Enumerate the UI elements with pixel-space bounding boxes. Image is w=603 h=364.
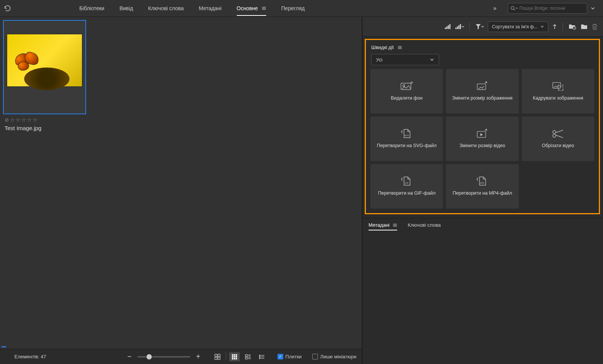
- view-grid-lock-icon[interactable]: [212, 352, 223, 361]
- tab-essentials[interactable]: Основне: [237, 3, 266, 14]
- trash-icon[interactable]: [592, 23, 598, 30]
- star-2[interactable]: ☆: [15, 117, 20, 123]
- convert-svg-icon: SVG: [400, 129, 413, 139]
- view-list-icon[interactable]: [256, 352, 267, 361]
- qa-trim-video[interactable]: Обрізати відео: [522, 117, 594, 161]
- zoom-slider-knob[interactable]: [146, 354, 152, 360]
- keywords-tab[interactable]: Ключові слова: [408, 222, 441, 229]
- right-toolbar: Сортувати за Ім'я ф...: [362, 17, 603, 37]
- qa-crop-image[interactable]: Кадрувати зображення: [522, 69, 594, 114]
- content-area[interactable]: ⊘ ☆ ☆ ☆ ☆ ☆ Test Image.jpg: [0, 17, 362, 349]
- topbar-mid: »: [493, 5, 497, 12]
- svg-text:MP4: MP4: [480, 182, 484, 184]
- svg-rect-8: [218, 357, 220, 359]
- expand-panel-icon[interactable]: »: [493, 5, 497, 11]
- svg-rect-9: [232, 354, 233, 356]
- qa-convert-gif[interactable]: GIF Перетворити на GIF-файл: [370, 164, 443, 209]
- quick-actions-title: Швидкі дії: [371, 45, 394, 50]
- svg-text:SVG: SVG: [404, 134, 409, 137]
- quick-actions-filter-value: Усі: [376, 57, 382, 63]
- content-panel: ⊘ ☆ ☆ ☆ ☆ ☆ Test Image.jpg Елементів: 47…: [0, 17, 362, 364]
- svg-rect-7: [215, 357, 217, 359]
- svg-rect-12: [232, 356, 233, 358]
- resize-video-icon: [476, 129, 489, 139]
- convert-gif-icon: GIF: [400, 177, 413, 186]
- thumbs-only-toggle[interactable]: Лише мініатюри: [312, 354, 356, 359]
- sort-label: Сортувати за Ім'я ф...: [492, 24, 538, 29]
- filter-rating-dropdown-icon[interactable]: [455, 24, 464, 30]
- tiles-checkbox[interactable]: ✓: [278, 354, 283, 359]
- tab-preview[interactable]: Перегляд: [281, 3, 305, 14]
- tab-keywords[interactable]: Ключові слова: [148, 3, 184, 14]
- search-icon: [510, 6, 515, 11]
- tab-essentials-label: Основне: [237, 5, 258, 11]
- tab-output[interactable]: Вивід: [119, 3, 133, 14]
- quick-actions-filter-dropdown[interactable]: Усі: [371, 54, 439, 65]
- sort-ascending-icon[interactable]: [552, 24, 557, 30]
- star-4[interactable]: ☆: [27, 117, 32, 123]
- svg-rect-32: [448, 25, 449, 29]
- selection-indicator: [2, 346, 6, 347]
- qa-label: Перетворити на MP4-файл: [453, 190, 512, 197]
- thumbnail-image: [7, 34, 82, 87]
- crop-image-icon: [552, 81, 564, 91]
- thumbs-only-checkbox[interactable]: [312, 354, 318, 359]
- filter-rating-icon[interactable]: [444, 24, 451, 30]
- metadata-tab-label: Метадані: [369, 222, 390, 228]
- search-box[interactable]: [508, 3, 587, 14]
- zoom-in-button[interactable]: +: [195, 352, 202, 361]
- star-3[interactable]: ☆: [21, 117, 26, 123]
- svg-rect-30: [445, 28, 446, 29]
- convert-mp4-icon: MP4: [476, 177, 489, 186]
- tab-libraries[interactable]: Бібліотеки: [79, 3, 104, 14]
- quick-actions-header: Швидкі дії: [369, 44, 596, 54]
- svg-rect-15: [232, 358, 233, 359]
- tab-metadata[interactable]: Метадані: [199, 3, 222, 14]
- star-5[interactable]: ☆: [32, 117, 37, 123]
- search-scope-chevron-icon[interactable]: [590, 6, 595, 11]
- quick-actions-grid: Видалити фон Змінити розмір зображення К…: [369, 69, 596, 209]
- new-folder-icon[interactable]: [580, 24, 588, 30]
- sort-dropdown[interactable]: Сортувати за Ім'я ф...: [488, 22, 548, 32]
- view-detail-icon[interactable]: [243, 352, 253, 361]
- star-1[interactable]: ☆: [10, 117, 15, 123]
- qa-label: Перетворити на GIF-файл: [378, 190, 436, 197]
- svg-rect-35: [457, 26, 458, 29]
- svg-point-51: [553, 131, 556, 134]
- zoom-controls: − +: [126, 352, 202, 361]
- thumbnail-frame[interactable]: [3, 20, 86, 114]
- svg-line-4: [514, 9, 515, 10]
- rating-row[interactable]: ⊘ ☆ ☆ ☆ ☆ ☆: [3, 117, 88, 123]
- svg-rect-13: [234, 356, 235, 358]
- qa-label: Кадрувати зображення: [533, 95, 583, 101]
- svg-rect-34: [455, 28, 456, 29]
- svg-rect-31: [446, 26, 447, 29]
- svg-point-24: [259, 355, 260, 355]
- reject-icon[interactable]: ⊘: [5, 117, 9, 123]
- refresh-icon[interactable]: [4, 5, 11, 12]
- main: ⊘ ☆ ☆ ☆ ☆ ☆ Test Image.jpg Елементів: 47…: [0, 17, 603, 364]
- filter-funnel-icon[interactable]: [475, 23, 484, 30]
- thumbnail-item[interactable]: ⊘ ☆ ☆ ☆ ☆ ☆ Test Image.jpg: [3, 20, 88, 131]
- open-recent-icon[interactable]: [568, 23, 577, 30]
- qa-resize-video[interactable]: Змінити розмір відео: [446, 117, 518, 161]
- zoom-out-button[interactable]: −: [126, 352, 133, 361]
- tab-menu-icon[interactable]: [262, 6, 266, 10]
- quick-actions-menu-icon[interactable]: [398, 46, 402, 49]
- search-input[interactable]: [518, 6, 584, 11]
- tiles-toggle[interactable]: ✓ Плитки: [278, 354, 302, 359]
- zoom-slider[interactable]: [137, 356, 190, 358]
- search-dropdown-chevron-icon[interactable]: [515, 7, 518, 10]
- qa-resize-image[interactable]: Змінити розмір зображення: [446, 69, 518, 114]
- view-grid-icon[interactable]: [229, 352, 240, 361]
- chevron-down-icon: [430, 57, 434, 62]
- metadata-tab-menu-icon[interactable]: [393, 223, 397, 227]
- metadata-tab[interactable]: Метадані: [369, 222, 397, 229]
- svg-point-26: [259, 356, 260, 357]
- qa-remove-background[interactable]: Видалити фон: [370, 69, 443, 114]
- svg-rect-5: [215, 354, 217, 356]
- qa-convert-svg[interactable]: SVG Перетворити на SVG-файл: [370, 117, 443, 161]
- svg-rect-46: [477, 84, 486, 89]
- svg-rect-18: [245, 355, 247, 356]
- qa-convert-mp4[interactable]: MP4 Перетворити на MP4-файл: [446, 164, 518, 209]
